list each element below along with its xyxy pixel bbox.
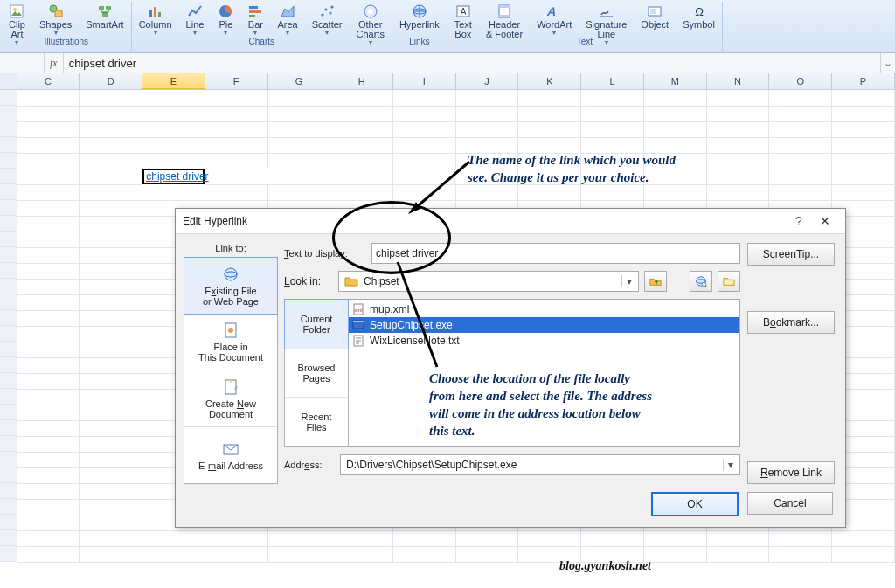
cell[interactable] xyxy=(205,153,268,169)
cell[interactable]: chipset driver xyxy=(142,169,205,184)
cell[interactable] xyxy=(769,546,832,563)
cell[interactable] xyxy=(456,90,519,107)
column-header-P[interactable]: P xyxy=(832,73,895,89)
bookmark-button[interactable]: Bookmark... xyxy=(747,311,835,334)
cell[interactable] xyxy=(330,106,393,122)
cell[interactable] xyxy=(769,153,832,169)
cell[interactable] xyxy=(80,153,142,169)
cell[interactable] xyxy=(17,499,80,515)
row-header[interactable] xyxy=(0,310,17,326)
row-header[interactable] xyxy=(0,436,17,452)
cell[interactable] xyxy=(518,106,581,122)
cell[interactable] xyxy=(80,216,142,232)
ribbon-symbol[interactable]: ΩSymbol xyxy=(676,2,722,37)
cell[interactable] xyxy=(707,153,770,169)
cell[interactable] xyxy=(456,121,519,138)
ribbon-column[interactable]: Column▾ xyxy=(132,2,179,37)
cell[interactable] xyxy=(330,184,393,201)
cell[interactable] xyxy=(832,153,895,169)
row-header[interactable] xyxy=(0,357,17,373)
cell[interactable] xyxy=(393,137,456,154)
cell[interactable] xyxy=(268,546,331,563)
cell[interactable] xyxy=(17,342,80,358)
cell[interactable] xyxy=(518,184,581,201)
cell[interactable] xyxy=(707,184,770,201)
cell[interactable] xyxy=(644,530,707,547)
cell[interactable] xyxy=(17,373,80,390)
cell[interactable] xyxy=(330,153,393,169)
cell[interactable] xyxy=(644,90,707,107)
column-header-F[interactable]: F xyxy=(205,73,268,89)
cell[interactable] xyxy=(393,546,456,563)
cell[interactable] xyxy=(80,436,142,453)
cell[interactable] xyxy=(769,106,832,122)
row-header[interactable] xyxy=(0,373,17,389)
cell[interactable] xyxy=(142,90,205,107)
cell[interactable] xyxy=(456,546,519,563)
ribbon-smartart[interactable]: SmartArt xyxy=(79,2,130,37)
cell[interactable] xyxy=(142,546,205,563)
cell[interactable] xyxy=(80,515,142,531)
cancel-button[interactable]: Cancel xyxy=(747,492,833,515)
cell[interactable] xyxy=(832,184,895,201)
cell[interactable] xyxy=(80,546,142,563)
linkto-existing-file-or-web-page[interactable]: Existing Fileor Web Page xyxy=(184,257,278,315)
cell[interactable] xyxy=(80,420,142,437)
cell[interactable] xyxy=(832,169,895,185)
ribbon-pie[interactable]: Pie▾ xyxy=(211,2,240,37)
cell[interactable] xyxy=(769,137,832,154)
row-header[interactable] xyxy=(0,420,17,436)
ribbon-object[interactable]: Object xyxy=(634,2,676,37)
cell[interactable] xyxy=(17,153,80,169)
cell[interactable] xyxy=(330,137,393,154)
cell[interactable] xyxy=(17,467,80,484)
ribbon-bar[interactable]: Bar▾ xyxy=(240,2,270,37)
cell[interactable] xyxy=(769,184,832,201)
column-header-C[interactable]: C xyxy=(17,73,80,89)
cell[interactable] xyxy=(581,121,644,138)
name-box[interactable] xyxy=(0,53,45,73)
cell[interactable] xyxy=(17,90,80,107)
cell[interactable] xyxy=(832,121,895,138)
cell[interactable] xyxy=(80,232,142,248)
column-header-D[interactable]: D xyxy=(80,73,142,89)
cell[interactable] xyxy=(832,90,895,107)
cell[interactable] xyxy=(80,357,142,374)
row-header[interactable] xyxy=(0,342,17,357)
cell[interactable] xyxy=(80,310,142,327)
cell[interactable] xyxy=(80,279,142,295)
column-header-N[interactable]: N xyxy=(707,73,770,89)
row-header[interactable] xyxy=(0,90,17,106)
cell[interactable] xyxy=(17,232,80,248)
cell[interactable] xyxy=(142,137,205,154)
row-header[interactable] xyxy=(0,483,17,499)
cell[interactable] xyxy=(268,106,331,122)
cell[interactable] xyxy=(205,184,268,201)
cell[interactable] xyxy=(644,121,707,138)
cell[interactable] xyxy=(267,169,330,185)
cell[interactable] xyxy=(17,357,80,374)
cell[interactable] xyxy=(205,121,268,138)
cell[interactable] xyxy=(80,483,142,500)
cell[interactable] xyxy=(707,106,770,122)
cell[interactable] xyxy=(17,326,80,342)
cell[interactable] xyxy=(142,121,205,138)
cell[interactable] xyxy=(80,373,142,390)
row-header[interactable] xyxy=(0,294,17,310)
cell[interactable] xyxy=(80,389,142,405)
cell[interactable] xyxy=(80,342,142,358)
cell[interactable] xyxy=(268,137,331,154)
help-button[interactable]: ? xyxy=(786,214,812,228)
screentip-button[interactable]: ScreenTip... xyxy=(747,243,835,266)
ribbon-text-box[interactable]: ATextBox xyxy=(448,2,479,37)
cell[interactable] xyxy=(17,294,80,311)
cell[interactable] xyxy=(17,515,80,531)
cell[interactable] xyxy=(142,530,205,547)
row-header[interactable] xyxy=(0,499,17,515)
column-header-E[interactable]: E xyxy=(142,73,205,89)
cell[interactable] xyxy=(707,121,770,138)
cell[interactable] xyxy=(80,405,142,421)
cell[interactable] xyxy=(142,184,205,201)
formula-value[interactable]: chipset driver xyxy=(64,57,136,70)
cell[interactable] xyxy=(456,530,519,547)
